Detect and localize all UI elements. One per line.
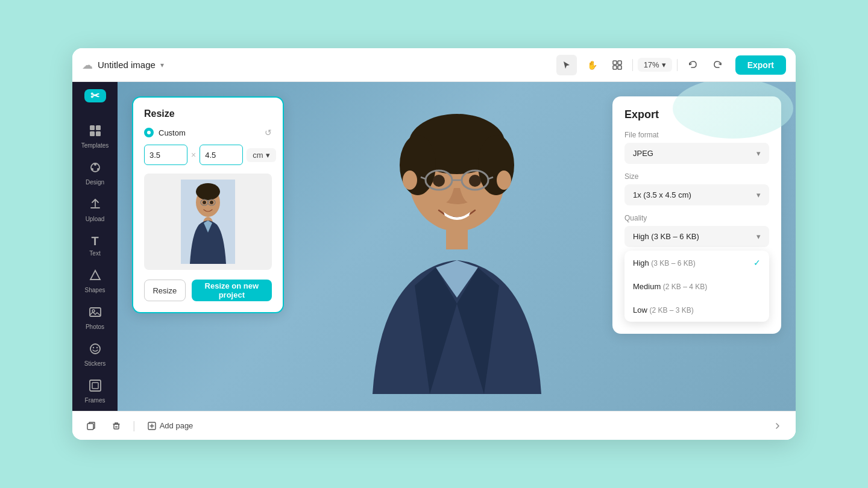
size-value: 1x (3.5 x 4.5 cm) xyxy=(633,190,691,199)
add-page-button[interactable]: Add page xyxy=(143,419,198,433)
svg-rect-7 xyxy=(90,131,95,136)
sidebar-item-label: Shapes xyxy=(85,287,105,293)
sidebar-item-stickers[interactable]: Stickers xyxy=(75,337,115,372)
bottom-separator: | xyxy=(133,419,136,432)
header-tools: ✋ 17% ▾ xyxy=(556,55,728,75)
custom-label: Custom xyxy=(159,128,260,137)
svg-point-10 xyxy=(94,163,96,166)
unit-select[interactable]: cm ▾ xyxy=(247,148,275,162)
undo-button[interactable] xyxy=(682,55,703,75)
svg-rect-44 xyxy=(87,424,93,430)
svg-rect-19 xyxy=(90,380,101,391)
file-format-value: JPEG xyxy=(633,149,653,158)
sidebar-item-label: Photos xyxy=(86,324,104,330)
sidebar-item-templates[interactable]: Templates xyxy=(75,119,115,154)
quality-option-low[interactable]: Low (2 KB – 3 KB) xyxy=(624,298,769,322)
check-icon: ✓ xyxy=(753,258,761,267)
quality-low-sub: (2 KB – 3 KB) xyxy=(649,306,693,314)
sidebar-item-shapes[interactable]: Shapes xyxy=(75,264,115,298)
quality-option-high[interactable]: High (3 KB – 6 KB) ✓ xyxy=(624,251,769,275)
custom-radio[interactable] xyxy=(144,128,154,137)
sidebar-item-upload[interactable]: Upload xyxy=(75,193,115,227)
frames-icon xyxy=(89,379,102,395)
quality-high-sub: (3 KB – 6 KB) xyxy=(651,259,695,267)
hand-tool-button[interactable]: ✋ xyxy=(582,55,602,75)
quality-medium-sub: (2 KB – 4 KB) xyxy=(663,283,707,291)
resize-actions: Resize Resize on new project xyxy=(144,280,272,301)
sidebar-item-design[interactable]: Design xyxy=(75,156,115,190)
svg-point-26 xyxy=(497,170,511,190)
photos-icon xyxy=(89,305,102,322)
thumbnail-box xyxy=(144,174,272,270)
upload-icon xyxy=(89,198,102,214)
delete-page-button[interactable] xyxy=(107,417,125,435)
input-separator: × xyxy=(191,150,196,160)
nav-right-button[interactable] xyxy=(769,418,786,434)
zoom-chevron-icon: ▾ xyxy=(662,60,666,69)
sidebar-item-photos[interactable]: Photos xyxy=(75,301,115,335)
quality-value: High (3 KB – 6 KB) xyxy=(633,232,699,241)
quality-option-medium[interactable]: Medium (2 KB – 4 KB) xyxy=(624,275,769,298)
body: ✂ Templates xyxy=(72,82,796,411)
file-format-select[interactable]: JPEG ▾ xyxy=(624,143,769,164)
divider-2 xyxy=(677,59,678,71)
header: ☁ Untitled image ▾ ✋ 17% ▾ xyxy=(72,48,796,82)
svg-point-16 xyxy=(90,344,100,354)
app-logo: ✂ xyxy=(84,89,106,102)
export-button[interactable]: Export xyxy=(735,55,786,75)
svg-point-12 xyxy=(91,168,93,170)
quality-select[interactable]: High (3 KB – 6 KB) ▾ xyxy=(624,226,769,247)
sidebar-item-label: Templates xyxy=(81,142,109,149)
sidebar: ✂ Templates xyxy=(72,82,118,411)
quality-chevron-icon: ▾ xyxy=(756,232,761,241)
resize-panel: Resize Custom ↺ × cm ▾ xyxy=(132,96,284,313)
resize-button[interactable]: Resize xyxy=(144,280,186,301)
unit-chevron-icon: ▾ xyxy=(266,151,270,160)
quality-high-label: High xyxy=(633,258,651,267)
size-select[interactable]: 1x (3.5 x 4.5 cm) ▾ xyxy=(624,184,769,205)
sidebar-item-label: Stickers xyxy=(84,360,106,367)
sidebar-item-label: Upload xyxy=(86,216,105,222)
cursor-tool-button[interactable] xyxy=(556,55,577,75)
templates-icon xyxy=(89,124,102,140)
resize-inputs: × cm ▾ xyxy=(144,145,272,165)
svg-rect-6 xyxy=(96,125,101,130)
file-format-label: File format xyxy=(624,131,769,139)
layout-tool-button[interactable] xyxy=(607,55,627,75)
svg-text:✋: ✋ xyxy=(587,60,597,70)
resize-new-project-button[interactable]: Resize on new project xyxy=(192,280,272,301)
person-image xyxy=(330,99,583,394)
svg-rect-1 xyxy=(613,61,617,64)
sidebar-item-text[interactable]: T Text xyxy=(75,230,115,261)
sidebar-item-label: Design xyxy=(86,179,104,186)
svg-marker-13 xyxy=(90,271,100,280)
duplicate-page-button[interactable] xyxy=(82,417,100,435)
title-chevron-icon[interactable]: ▾ xyxy=(160,61,164,69)
sidebar-item-frames[interactable]: Frames xyxy=(75,374,115,408)
svg-rect-2 xyxy=(618,61,621,64)
quality-dropdown: High (3 KB – 6 KB) ✓ Medium (2 KB – 4 KB… xyxy=(624,251,769,322)
svg-rect-8 xyxy=(96,131,101,136)
svg-point-37 xyxy=(196,183,220,200)
divider-1 xyxy=(632,59,633,71)
svg-point-11 xyxy=(97,168,99,170)
height-input[interactable] xyxy=(200,145,243,165)
svg-point-32 xyxy=(433,175,445,187)
text-icon: T xyxy=(91,234,98,248)
cloud-icon: ☁ xyxy=(82,58,93,72)
width-input[interactable] xyxy=(144,145,187,165)
svg-point-18 xyxy=(96,347,97,348)
redo-button[interactable] xyxy=(708,55,728,75)
svg-point-25 xyxy=(403,170,417,190)
unit-value: cm xyxy=(253,151,263,160)
zoom-control[interactable]: 17% ▾ xyxy=(638,58,672,72)
size-chevron-icon: ▾ xyxy=(756,190,761,199)
svg-point-42 xyxy=(203,201,206,204)
svg-rect-20 xyxy=(92,383,98,389)
svg-point-43 xyxy=(210,201,213,204)
header-left: ☁ Untitled image ▾ xyxy=(82,58,549,72)
size-label: Size xyxy=(624,172,769,181)
svg-rect-3 xyxy=(613,66,617,69)
quality-label: Quality xyxy=(624,214,769,222)
refresh-icon[interactable]: ↺ xyxy=(265,128,272,137)
